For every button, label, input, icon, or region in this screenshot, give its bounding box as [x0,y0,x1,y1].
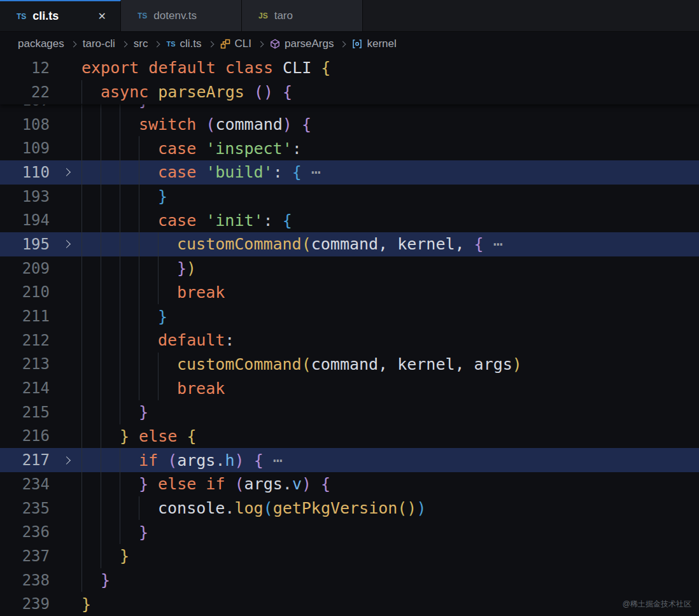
gutter: 213 [0,353,81,377]
tab-dotenv.ts[interactable]: TSdotenv.ts [121,0,242,31]
code-editor[interactable]: 107}108switch (command) {109case 'inspec… [0,56,699,616]
line-number: 108 [0,116,53,134]
indent-guides [81,353,177,377]
gutter: 210 [0,281,81,305]
gutter: 239 [0,592,81,616]
indent-guides [81,472,139,496]
symbol-method-icon [270,39,280,49]
indent-guides [81,520,139,544]
line-number: 195 [0,235,53,253]
indent-guides [81,232,177,256]
indent-guides [81,448,139,472]
tab-label: dotenv.ts [153,10,197,22]
indent-guides [81,281,177,305]
gutter: 215 [0,400,81,424]
indent-guides [81,208,158,232]
code-line-238[interactable]: 238} [0,568,699,592]
indent-guides [81,400,139,424]
gutter: 22 [0,80,81,104]
folded-code-ellipsis[interactable]: ⋯ [311,163,321,181]
breadcrumb-item-kernel[interactable]: kernel [352,38,396,50]
close-icon[interactable]: ✕ [95,9,109,24]
code-line-109[interactable]: 109case 'inspect': [0,136,699,160]
breadcrumb-label: CLI [235,38,251,50]
code-line-235[interactable]: 235console.log(getPkgVersion()) [0,496,699,521]
sticky-scroll: 12export default class CLI {22async pars… [0,56,699,104]
code-line-234[interactable]: 234} else if (args.v) { [0,472,699,496]
sticky-line-12[interactable]: 12export default class CLI { [0,56,699,80]
gutter: 238 [0,568,81,592]
line-number: 216 [0,427,53,445]
code-line-212[interactable]: 212default: [0,328,699,353]
folded-code-ellipsis[interactable]: ⋯ [273,451,283,470]
folded-code-ellipsis[interactable]: ⋯ [493,235,503,253]
code-content: default: [81,328,699,353]
fold-area [53,496,81,521]
code-line-209[interactable]: 209}) [0,256,699,281]
code-line-239[interactable]: 239} [0,592,699,616]
fold-area [53,448,81,472]
fold-area [53,185,81,209]
code-line-211[interactable]: 211} [0,304,699,328]
code-lines: 107}108switch (command) {109case 'inspec… [0,88,699,616]
indent-guides [81,424,120,449]
gutter: 237 [0,544,81,568]
code-content: } else if (args.v) { [81,472,699,496]
code-content: } [81,304,699,328]
code-line-108[interactable]: 108switch (command) { [0,113,699,137]
indent-guides [81,185,158,209]
code-line-215[interactable]: 215} [0,400,699,424]
code-line-194[interactable]: 194case 'init': { [0,208,699,232]
fold-area [53,160,81,185]
breadcrumb-label: cli.ts [180,38,202,50]
code-line-236[interactable]: 236} [0,520,699,544]
code-line-237[interactable]: 237} [0,544,699,568]
breadcrumb-item-src[interactable]: src [134,38,148,50]
fold-area [53,56,81,80]
line-number: 109 [0,139,53,157]
code-line-217[interactable]: 217if (args.h) { ⋯ [0,448,699,472]
line-number: 234 [0,475,53,493]
breadcrumb-item-packages[interactable]: packages [18,38,64,50]
typescript-icon: TS [166,40,175,48]
breadcrumb-label: kernel [367,38,396,50]
fold-area [53,113,81,137]
tab-taro[interactable]: JStaro [242,0,363,31]
gutter: 216 [0,424,81,449]
indent-guides [81,136,158,160]
gutter: 214 [0,376,81,400]
code-content: case 'build': { ⋯ [81,160,699,185]
chevron-right-icon[interactable] [62,241,71,249]
tab-label: taro [274,10,293,22]
code-content: if (args.h) { ⋯ [81,448,699,472]
line-number: 214 [0,379,53,397]
breadcrumb-item-cli.ts[interactable]: TScli.ts [166,38,201,50]
breadcrumb-item-taro-cli[interactable]: taro-cli [83,38,115,50]
code-line-213[interactable]: 213customCommand(command, kernel, args) [0,353,699,377]
breadcrumb-item-CLI[interactable]: CLI [220,38,251,50]
chevron-right-icon[interactable] [62,169,71,177]
line-number: 238 [0,571,53,589]
breadcrumb: packagestaro-clisrcTScli.tsCLIparseArgsk… [0,32,699,56]
code-line-210[interactable]: 210break [0,281,699,305]
line-number: 22 [0,83,53,101]
code-content: } [81,568,699,592]
breadcrumb-item-parseArgs[interactable]: parseArgs [270,38,334,50]
code-content: async parseArgs () { [81,80,699,104]
ts-file-icon: TS [17,12,26,21]
code-line-110[interactable]: 110case 'build': { ⋯ [0,160,699,185]
gutter: 108 [0,113,81,137]
line-number: 237 [0,547,53,565]
code-line-214[interactable]: 214break [0,376,699,400]
line-number: 193 [0,188,53,206]
line-number: 212 [0,332,53,349]
indent-guides [81,256,177,281]
sticky-line-22[interactable]: 22async parseArgs () { [0,80,699,104]
code-line-216[interactable]: 216} else { [0,424,699,449]
tab-cli.ts[interactable]: TScli.ts✕ [0,0,121,31]
code-line-195[interactable]: 195customCommand(command, kernel, { ⋯ [0,232,699,256]
chevron-right-icon[interactable] [62,456,71,465]
line-number: 194 [0,211,53,229]
gutter: 110 [0,160,81,185]
code-line-193[interactable]: 193} [0,185,699,209]
